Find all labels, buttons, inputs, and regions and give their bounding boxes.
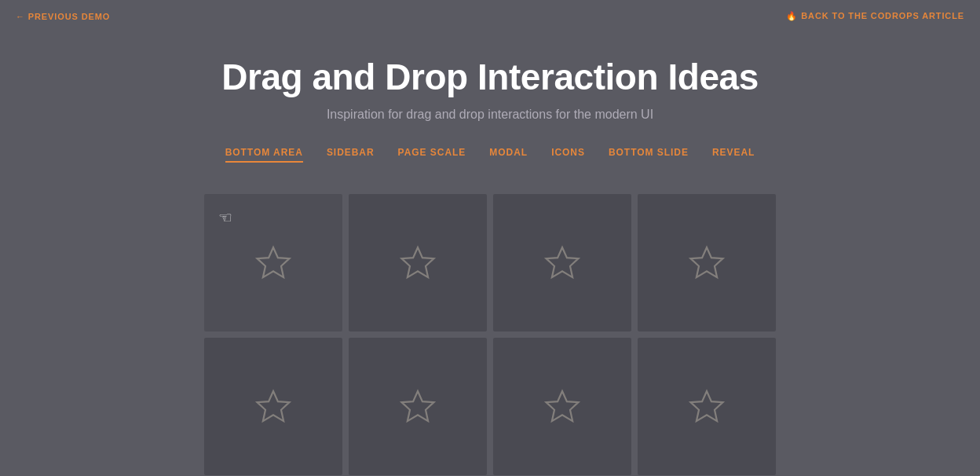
svg-marker-6	[547, 391, 579, 421]
svg-marker-0	[258, 247, 290, 277]
svg-marker-4	[258, 391, 290, 421]
tab-icons[interactable]: ICONS	[551, 147, 585, 163]
star-icon-8	[687, 387, 726, 427]
back-to-article-link[interactable]: BACK TO THE CODROPS ARTICLE	[786, 11, 964, 21]
tab-bottom-area[interactable]: BOTTOM AREA	[225, 147, 303, 163]
page-header: Drag and Drop Interaction Ideas Inspirat…	[0, 32, 980, 130]
svg-marker-7	[691, 391, 723, 421]
page-subtitle: Inspiration for drag and drop interactio…	[16, 108, 964, 122]
svg-marker-3	[691, 247, 723, 277]
star-icon-5	[254, 387, 293, 427]
tab-page-scale[interactable]: PAGE SCALE	[398, 147, 466, 163]
top-navigation: PREVIOUS DEMO BACK TO THE CODROPS ARTICL…	[0, 0, 980, 32]
star-icon-7	[543, 387, 582, 427]
grid-card-5[interactable]	[204, 338, 342, 475]
grid-card-8[interactable]	[638, 338, 776, 475]
drag-drop-grid: ☜	[0, 170, 980, 475]
star-icon-1	[254, 243, 293, 283]
tab-reveal[interactable]: REVEAL	[712, 147, 755, 163]
tab-modal[interactable]: MODAL	[489, 147, 528, 163]
cursor-icon: ☜	[218, 208, 232, 227]
grid-card-4[interactable]	[638, 194, 776, 331]
page-title: Drag and Drop Interaction Ideas	[16, 56, 964, 98]
star-icon-3	[543, 243, 582, 283]
tab-navigation: BOTTOM AREA SIDEBAR PAGE SCALE MODAL ICO…	[0, 130, 980, 170]
svg-marker-5	[402, 391, 434, 421]
grid-card-2[interactable]	[349, 194, 487, 331]
grid-card-6[interactable]	[349, 338, 487, 475]
grid-card-7[interactable]	[493, 338, 631, 475]
previous-demo-link[interactable]: PREVIOUS DEMO	[16, 12, 110, 21]
grid-card-3[interactable]	[493, 194, 631, 331]
star-icon-4	[687, 243, 726, 283]
grid-card-1[interactable]: ☜	[204, 194, 342, 331]
svg-marker-1	[402, 247, 434, 277]
tab-sidebar[interactable]: SIDEBAR	[327, 147, 375, 163]
star-icon-6	[398, 387, 437, 427]
star-icon-2	[398, 243, 437, 283]
svg-marker-2	[547, 247, 579, 277]
tab-bottom-slide[interactable]: BOTTOM SLIDE	[609, 147, 689, 163]
